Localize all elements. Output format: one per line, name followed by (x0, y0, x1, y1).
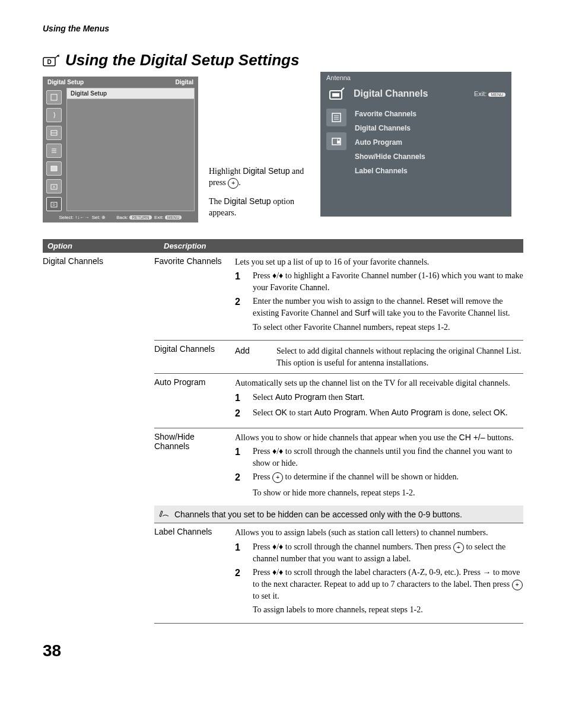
svg-rect-8 (51, 166, 57, 171)
svg-text:A: A (53, 185, 55, 189)
svg-rect-20 (337, 141, 340, 144)
page-number: 38 (43, 641, 523, 660)
pencil-note-icon (159, 509, 170, 519)
th-option: Option (43, 239, 159, 253)
osd-right-title: Digital Channels (354, 88, 467, 99)
osd-nav-icon-4 (46, 144, 62, 158)
osd-nav-icon-digital: D (46, 197, 62, 211)
enter-icon (512, 580, 523, 590)
osd-nav-icon-2 (46, 108, 62, 122)
osd-side-lock-icon (326, 132, 346, 150)
table-header: Option Description (43, 239, 523, 253)
osd-menu-item: Digital Channels (355, 124, 505, 132)
instruction-text: Highlight Digital Setup and press . The … (209, 77, 310, 226)
sub-option-label: Label Channels (154, 527, 235, 618)
osd-selected-row: Digital Setup (67, 88, 194, 99)
sub-option-body: Allows you to assign labels (such as sta… (235, 527, 523, 618)
osd-side-list-icon (326, 109, 346, 126)
osd-antenna-panel: Antenna Digital Channels Exit: MENU Favo… (320, 72, 511, 217)
sub-option-label: Favorite Channels (154, 256, 235, 336)
page-title: Using the Digital Setup Settings (65, 51, 299, 69)
sub-option-body: Add Select to add digital channels witho… (235, 344, 523, 368)
osd-right-exit: Exit: MENU (474, 90, 505, 97)
osd-antenna-label: Antenna (326, 74, 351, 81)
page-title-row: D Using the Digital Setup Settings (43, 51, 523, 69)
osd-nav-icon-5 (46, 161, 62, 176)
svg-rect-14 (332, 93, 339, 97)
osd-nav-icon-6: A (46, 179, 62, 193)
breadcrumb: Using the Menus (43, 24, 523, 33)
sub-option-body: Automatically sets up the channel list o… (235, 377, 523, 422)
osd-digital-setup-panel: Digital Setup Digital A D Digital Setup … (43, 77, 198, 222)
osd-nav-icon-1 (46, 90, 62, 104)
enter-icon (228, 178, 239, 189)
enter-icon (272, 472, 283, 483)
osd-left-title: Digital Setup (47, 79, 84, 85)
svg-rect-2 (51, 94, 57, 100)
osd-menu-item: Favorite Channels (355, 110, 505, 118)
osd-nav-icon-3 (46, 126, 62, 140)
osd-footer-select: Select: ↑↓←→ Set: ⊕ (59, 215, 106, 220)
note-row: Channels that you set to be hidden can b… (154, 506, 523, 523)
th-description: Description (159, 239, 523, 253)
digital-setup-title-icon: D (43, 55, 59, 66)
sub-option-body: Allows you to show or hide channels that… (235, 432, 523, 501)
osd-left-subtitle: Digital (175, 79, 193, 85)
sub-option-label: Show/Hide Channels (154, 432, 235, 501)
osd-footer-back: Back: RETURN Exit: MENU (116, 215, 182, 220)
svg-text:D: D (47, 59, 51, 65)
svg-text:D: D (53, 203, 56, 206)
enter-icon (453, 542, 464, 553)
osd-menu-item: Auto Program (355, 138, 505, 147)
option-cell: Digital Channels (43, 253, 154, 624)
sub-option-body: Lets you set up a list of up to 16 of yo… (235, 256, 523, 336)
osd-menu-item: Label Channels (355, 167, 505, 175)
tv-antenna-icon (326, 85, 346, 103)
sub-option-label: Auto Program (154, 377, 235, 422)
osd-menu-item: Show/Hide Channels (355, 152, 505, 161)
sub-option-label: Digital Channels (154, 344, 235, 368)
